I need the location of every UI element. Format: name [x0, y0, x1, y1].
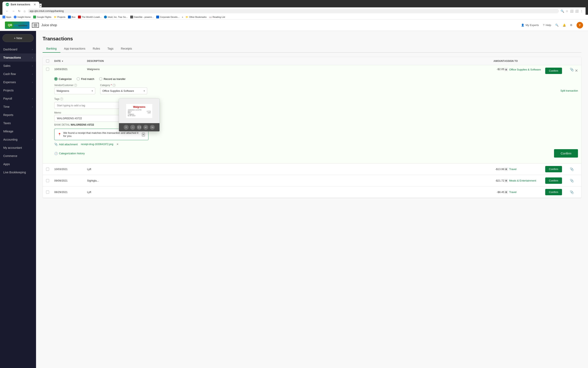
row-2-assign-link[interactable]: Travel — [509, 168, 517, 171]
row-2-paperclip-icon[interactable]: 📎 — [570, 167, 574, 171]
tab-app-transactions[interactable]: App transactions — [60, 45, 89, 53]
forward-button[interactable]: → — [11, 9, 16, 14]
sidebar-item-live-bookkeeping[interactable]: Live Bookkeeping — [0, 168, 36, 176]
sidebar-item-transactions[interactable]: Transactions › — [0, 54, 36, 62]
sidebar-item-mileage[interactable]: Mileage — [0, 127, 36, 135]
row-3-checkbox-col[interactable] — [46, 179, 54, 182]
settings-button[interactable]: ⚙ — [570, 24, 572, 27]
tab-close-btn[interactable]: ✕ — [34, 3, 36, 6]
bookmark-worlds[interactable]: The World's Leadi... — [78, 16, 102, 18]
sidebar-item-reports[interactable]: Reports — [0, 111, 36, 119]
tags-help-icon[interactable]: ? — [60, 98, 63, 101]
sidebar-item-my-accountant[interactable]: My accountant — [0, 144, 36, 152]
vendor-help-icon[interactable]: ? — [74, 84, 77, 87]
sidebar-item-projects[interactable]: Projects — [0, 86, 36, 94]
row-2-description[interactable]: Lyft — [87, 168, 476, 171]
notifications-button[interactable]: 🔔 — [563, 24, 566, 27]
sidebar-item-expenses[interactable]: Expenses › — [0, 78, 36, 86]
bookmark-other[interactable]: 📁 Other Bookmarks — [186, 16, 206, 18]
row-4-checkbox-col[interactable] — [46, 191, 54, 194]
bookmark-flights[interactable]: Google Flights — [33, 16, 51, 18]
receipt-file-close-button[interactable]: ✕ — [116, 143, 118, 146]
row-1-assign-link[interactable]: Office Supplies & Software — [509, 68, 541, 71]
sidebar-item-cashflow[interactable]: Cash flow › — [0, 70, 36, 78]
row-4-checkbox[interactable] — [46, 191, 49, 194]
new-tab-button[interactable]: + — [39, 3, 42, 7]
receipt-file-link[interactable]: receipt-drug-1633641972.png — [81, 143, 113, 146]
bookmark-datasite[interactable]: DataSite - powere... — [130, 16, 154, 18]
row-1-description[interactable]: Walgreens — [87, 68, 476, 71]
bookmark-apps[interactable]: Apps — [2, 16, 11, 18]
bookmark-insight[interactable]: Insight Home — [14, 16, 31, 18]
vendor-select[interactable]: Walgreens — [54, 87, 95, 94]
select-all-checkbox-col[interactable] — [46, 59, 54, 63]
sidebar-item-taxes[interactable]: Taxes — [0, 119, 36, 127]
radio-categorize[interactable]: Categorize — [54, 77, 72, 81]
radio-find-match[interactable]: Find match — [77, 77, 94, 81]
category-help-icon[interactable]: ? — [113, 84, 116, 87]
bookmark-reading[interactable]: 📖 Reading List — [209, 16, 225, 18]
sidebar-item-dashboard[interactable]: Dashboard › — [0, 45, 36, 54]
sidebar-item-commerce[interactable]: Commerce — [0, 152, 36, 160]
tab-rules[interactable]: Rules — [89, 45, 104, 53]
row-3-description[interactable]: Sightgla... — [87, 179, 476, 182]
bookmark-box[interactable]: Box — [68, 16, 76, 18]
row-3-assign-link[interactable]: Meals & Entertainment — [509, 179, 536, 182]
bookmark-corporate[interactable]: Corporate Develo... — [156, 16, 179, 18]
row-1-checkbox-col[interactable] — [46, 68, 54, 71]
add-attachment-button[interactable]: 📎 Add attachment — [54, 143, 78, 146]
expanded-confirm-button[interactable]: Confirm — [554, 149, 578, 157]
split-transaction-link[interactable]: Split transaction — [561, 89, 578, 94]
user-avatar[interactable]: Y — [577, 22, 583, 28]
row-4-paperclip-icon[interactable]: 📎 — [570, 190, 574, 194]
more-icon[interactable]: ⋮ — [580, 9, 583, 13]
receipt-match-close-button[interactable]: ✕ — [142, 133, 145, 137]
row-3-paperclip-icon[interactable]: 📎 — [570, 179, 574, 182]
row-1-confirm-button[interactable]: Confirm — [545, 68, 562, 74]
sidebar-item-sales[interactable]: Sales › — [0, 62, 36, 70]
row-4-description[interactable]: Lyft — [87, 191, 476, 194]
row-4-assign-link[interactable]: Travel — [509, 191, 517, 194]
my-experts-button[interactable]: 👤 My Experts — [521, 24, 539, 27]
row-4-amount: -$8.45 — [476, 191, 504, 194]
reload-button[interactable]: ↻ — [17, 9, 21, 14]
row-2-checkbox[interactable] — [46, 168, 49, 171]
row-1-paperclip-icon[interactable]: 📎 — [570, 68, 574, 71]
help-button[interactable]: ? Help — [543, 24, 551, 27]
row-1-checkbox[interactable] — [46, 68, 49, 71]
row-2-action: Confirm — [545, 166, 570, 172]
tab-receipts[interactable]: Receipts — [117, 45, 135, 53]
receipt-zoom-out-button[interactable]: − — [130, 125, 135, 130]
row-2-confirm-button[interactable]: Confirm — [545, 166, 562, 172]
back-button[interactable]: ← — [5, 9, 9, 14]
categorization-history-button[interactable]: 🕐 Categorization history — [54, 152, 85, 155]
receipt-fit-button[interactable]: 1:1 — [137, 125, 142, 130]
receipt-rotate-right-button[interactable]: ↪ — [150, 125, 155, 130]
bookmark-projects[interactable]: 📁 Projects — [54, 16, 65, 18]
category-select[interactable]: Office Supplies & Software — [100, 87, 147, 94]
hamburger-button[interactable] — [32, 23, 39, 28]
sidebar-item-accounting[interactable]: Accounting › — [0, 135, 36, 144]
select-all-checkbox[interactable] — [46, 59, 49, 63]
search-button[interactable]: 🔍 — [555, 24, 559, 27]
row-3-confirm-button[interactable]: Confirm — [545, 177, 562, 184]
row-2-checkbox-col[interactable] — [46, 168, 54, 171]
bookmark-more[interactable]: » — [182, 16, 183, 18]
new-button[interactable]: + New — [2, 34, 34, 42]
home-button[interactable]: ⌂ — [23, 9, 26, 14]
tab-tags[interactable]: Tags — [104, 45, 117, 53]
browser-tab-active[interactable]: QB Bank transactions ✕ — [2, 2, 39, 7]
bookmark-intuit[interactable]: Intuit, Inc. Trac So... — [104, 16, 128, 18]
row-3-checkbox[interactable] — [46, 179, 49, 182]
sidebar-item-payroll[interactable]: Payroll › — [0, 94, 36, 103]
receipt-rotate-left-button[interactable]: ↩ — [143, 125, 148, 130]
receipt-zoom-in-button[interactable]: + — [124, 125, 129, 130]
sidebar-item-apps[interactable]: Apps — [0, 160, 36, 168]
expanded-close-button[interactable]: ✕ — [575, 68, 578, 73]
address-input[interactable] — [28, 9, 559, 13]
sidebar-item-time[interactable]: Time › — [0, 103, 36, 111]
date-sort-icon[interactable]: ▼ — [62, 60, 63, 62]
tab-banking[interactable]: Banking — [43, 45, 60, 53]
row-4-confirm-button[interactable]: Confirm — [545, 189, 562, 195]
radio-record-transfer[interactable]: Record as transfer — [99, 77, 125, 81]
